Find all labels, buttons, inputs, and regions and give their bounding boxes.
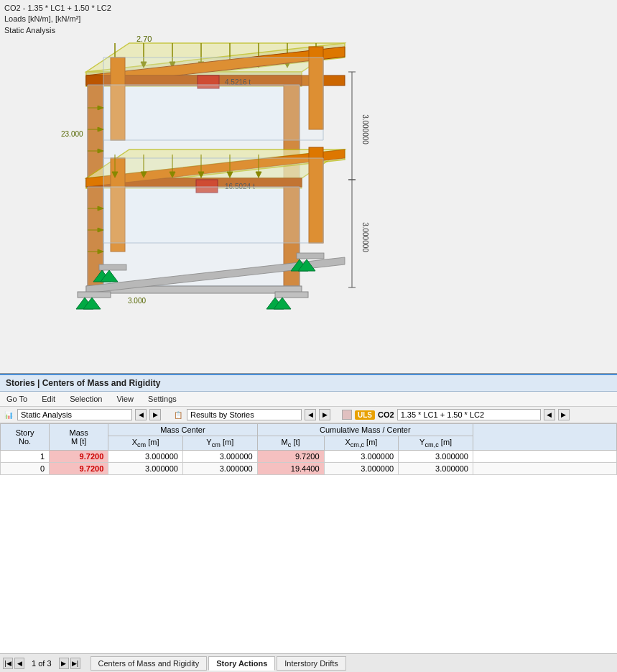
table-body: 19.72003.0000003.0000009.72003.0000003.0… bbox=[1, 451, 617, 475]
analysis-panel: Stories | Centers of Mass and Rigidity G… bbox=[0, 374, 617, 475]
nav-prev-results[interactable]: ◀ bbox=[305, 409, 316, 420]
col-xcm: Xcm [m] bbox=[108, 436, 183, 451]
menu-settings[interactable]: Settings bbox=[146, 393, 179, 405]
nav-next-analysis[interactable]: ▶ bbox=[149, 409, 161, 420]
tab-interstory-drifts[interactable]: Interstory Drifts bbox=[277, 656, 346, 671]
table-row: 19.72003.0000003.0000009.72003.0000003.0… bbox=[1, 451, 617, 463]
table-cell: 1 bbox=[1, 451, 50, 463]
svg-rect-83 bbox=[275, 292, 308, 298]
col-extra bbox=[473, 424, 617, 451]
analysis-label: Static Analysis bbox=[21, 410, 72, 419]
svg-marker-39 bbox=[103, 57, 323, 140]
table-cell: 3.000000 bbox=[324, 451, 399, 463]
svg-text:3.000000: 3.000000 bbox=[361, 222, 369, 252]
menu-selection[interactable]: Selection bbox=[68, 393, 104, 405]
col-mass-center: Mass Center bbox=[108, 424, 257, 436]
color-swatch bbox=[342, 410, 352, 420]
nav-last[interactable]: ▶| bbox=[70, 658, 80, 669]
table-cell bbox=[473, 451, 617, 463]
svg-marker-61 bbox=[103, 158, 323, 243]
table-cell: 19.4400 bbox=[257, 463, 324, 475]
formula-label: 1.35 * LC1 + 1.50 * LC2 bbox=[401, 410, 485, 419]
table-header-row: StoryNo. MassM [t] Mass Center Cumulativ… bbox=[1, 424, 617, 436]
table-cell: 3.000000 bbox=[108, 463, 183, 475]
table-cell: 3.000000 bbox=[182, 463, 257, 475]
table-wrapper: StoryNo. MassM [t] Mass Center Cumulativ… bbox=[0, 423, 617, 475]
svg-text:3.000: 3.000 bbox=[128, 297, 146, 305]
table-cell: 3.000000 bbox=[324, 463, 399, 475]
loads-line: Loads [kN/m], [kN/m²] bbox=[4, 14, 111, 24]
combo-label: CO2 bbox=[378, 410, 394, 419]
table-cell: 3.000000 bbox=[108, 451, 183, 463]
col-story-no: StoryNo. bbox=[1, 424, 50, 451]
mass-center-table: StoryNo. MassM [t] Mass Center Cumulativ… bbox=[0, 423, 617, 475]
svg-marker-37 bbox=[88, 85, 103, 178]
table-cell: 9.7200 bbox=[50, 451, 108, 463]
svg-text:23.000: 23.000 bbox=[61, 130, 83, 138]
nav-next-formula[interactable]: ▶ bbox=[558, 409, 570, 420]
analysis-icon: 📊 bbox=[3, 409, 14, 420]
table-cell: 9.7200 bbox=[257, 451, 324, 463]
results-selector[interactable]: Results by Stories bbox=[187, 409, 302, 420]
svg-rect-84 bbox=[99, 264, 126, 270]
analysis-line: Static Analysis bbox=[4, 25, 111, 36]
menu-bar: Go To Edit Selection View Settings bbox=[0, 392, 617, 407]
col-ycm: Ycm [m] bbox=[182, 436, 257, 451]
results-icon: 📋 bbox=[172, 409, 184, 420]
uls-badge: ULS bbox=[355, 410, 375, 420]
table-cell bbox=[473, 463, 617, 475]
nav-prev-analysis[interactable]: ◀ bbox=[135, 409, 147, 420]
svg-rect-85 bbox=[297, 253, 324, 259]
nav-next-results[interactable]: ▶ bbox=[319, 409, 330, 420]
nav-next[interactable]: ▶ bbox=[59, 658, 69, 669]
table-cell: 0 bbox=[1, 463, 50, 475]
menu-view[interactable]: View bbox=[114, 393, 136, 405]
menu-edit[interactable]: Edit bbox=[40, 393, 57, 405]
nav-prev[interactable]: ◀ bbox=[14, 658, 24, 669]
col-mc: Mc [t] bbox=[257, 436, 324, 451]
toolbar-row: 📊 Static Analysis ◀ ▶ 📋 Results by Stori… bbox=[0, 407, 617, 423]
3d-viewport: CO2 - 1.35 * LC1 + 1.50 * LC2 Loads [kN/… bbox=[0, 0, 617, 374]
svg-text:3.000000: 3.000000 bbox=[361, 114, 369, 144]
table-row: 09.72003.0000003.00000019.44003.0000003.… bbox=[1, 463, 617, 475]
col-xcm-c: Xcm,c [m] bbox=[324, 436, 399, 451]
building-3d: 3.000000 3.000000 bbox=[43, 36, 417, 359]
svg-text:2.70: 2.70 bbox=[136, 36, 152, 43]
combo-line: CO2 - 1.35 * LC1 + 1.50 * LC2 bbox=[4, 3, 111, 14]
tab-story-actions[interactable]: Story Actions bbox=[208, 656, 275, 671]
nav-prev-formula[interactable]: ◀ bbox=[544, 409, 555, 420]
menu-goto[interactable]: Go To bbox=[4, 393, 29, 405]
analysis-selector[interactable]: Static Analysis bbox=[17, 409, 132, 420]
col-cumulative: Cumulative Mass / Center bbox=[257, 424, 473, 436]
page-info: 1 of 3 bbox=[26, 659, 57, 668]
nav-first[interactable]: |◀ bbox=[3, 658, 13, 669]
results-label: Results by Stories bbox=[190, 410, 254, 419]
table-cell: 9.7200 bbox=[50, 463, 108, 475]
col-mass: MassM [t] bbox=[50, 424, 108, 451]
table-cell: 3.000000 bbox=[399, 451, 473, 463]
tab-centers-of-mass[interactable]: Centers of Mass and Rigidity bbox=[91, 656, 208, 671]
formula-selector[interactable]: 1.35 * LC1 + 1.50 * LC2 bbox=[397, 409, 541, 420]
table-cell: 3.000000 bbox=[182, 451, 257, 463]
status-bar: |◀ ◀ 1 of 3 ▶ ▶| Centers of Mass and Rig… bbox=[0, 653, 617, 672]
svg-rect-82 bbox=[78, 292, 111, 298]
panel-title: Stories | Centers of Mass and Rigidity bbox=[6, 378, 160, 388]
viewport-labels: CO2 - 1.35 * LC1 + 1.50 * LC2 Loads [kN/… bbox=[4, 3, 111, 36]
col-ycm-c: Ycm,c [m] bbox=[399, 436, 473, 451]
table-cell: 3.000000 bbox=[399, 463, 473, 475]
panel-title-bar: Stories | Centers of Mass and Rigidity bbox=[0, 375, 617, 392]
